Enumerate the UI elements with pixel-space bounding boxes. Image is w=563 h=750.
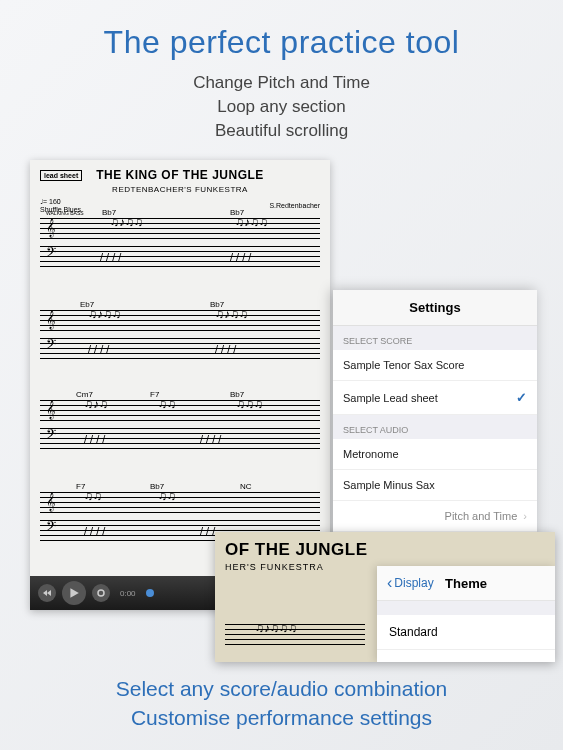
- rewind-button[interactable]: [38, 584, 56, 602]
- footer-text: Select any score/audio combination Custo…: [0, 675, 563, 732]
- subline-3: Beautiful scrolling: [0, 119, 563, 143]
- option-label: Metronome: [343, 448, 399, 460]
- walking-bass-label: WALKING BASS: [46, 210, 84, 216]
- pitch-and-time-link[interactable]: Pitch and Time ›: [333, 501, 537, 532]
- settings-popover: Settings SELECT SCORE Sample Tenor Sax S…: [333, 290, 537, 566]
- playback-time: 0:00: [120, 589, 136, 598]
- footer-line-2: Customise performance settings: [0, 704, 563, 732]
- headline: The perfect practice tool: [0, 0, 563, 61]
- staff-system-1: Bb7 Bb7 𝄞 ♫♪♫♫ ♫♪♫♫ WALKING BASS 𝄢 / / /…: [40, 218, 320, 274]
- staff-system-3: Cm7 F7 Bb7 𝄞 ♫♪♫ ♫♫ ♫♫♫ 𝄢 / / / / / / / …: [40, 400, 320, 456]
- theme-popover: ‹ Display Theme Standard Sepia ✓: [377, 566, 555, 662]
- option-label: Sample Lead sheet: [343, 392, 438, 404]
- staff-system-2: Eb7 Bb7 𝄞 ♫♪♫♫ ♫♪♫♫ 𝄢 / / / / / / / /: [40, 310, 320, 366]
- theme-option-standard[interactable]: Standard: [377, 615, 555, 650]
- chevron-right-icon: ›: [523, 510, 527, 522]
- back-button[interactable]: ‹ Display: [387, 574, 434, 592]
- back-label: Display: [394, 576, 433, 590]
- link-label: Pitch and Time: [445, 510, 518, 522]
- piece-subtitle: REDTENBACHER'S FUNKESTRA: [30, 185, 330, 194]
- svg-point-0: [98, 590, 104, 596]
- scrubber-thumb[interactable]: [146, 589, 154, 597]
- option-label: Sample Minus Sax: [343, 479, 435, 491]
- score-option-tenor-sax[interactable]: Sample Tenor Sax Score: [333, 350, 537, 381]
- settings-section-audio: SELECT AUDIO: [333, 415, 537, 439]
- lead-sheet-tag: lead sheet: [40, 170, 82, 181]
- footer-line-1: Select any score/audio combination: [0, 675, 563, 703]
- composer-credit: S.Redtenbacher: [269, 202, 320, 209]
- theme-header: ‹ Display Theme: [377, 566, 555, 601]
- loop-button[interactable]: [92, 584, 110, 602]
- score-option-lead-sheet[interactable]: Sample Lead sheet ✓: [333, 381, 537, 415]
- chevron-left-icon: ‹: [387, 574, 392, 592]
- chord-label: NC: [240, 482, 252, 491]
- settings-section-score: SELECT SCORE: [333, 326, 537, 350]
- settings-title: Settings: [333, 290, 537, 326]
- checkmark-icon: ✓: [516, 390, 527, 405]
- subline-2: Loop any section: [0, 95, 563, 119]
- sepia-staff-fragment: ♫♪♫♫♫: [225, 624, 365, 652]
- play-button[interactable]: [62, 581, 86, 605]
- audio-option-metronome[interactable]: Metronome: [333, 439, 537, 470]
- checkmark-icon: ✓: [532, 660, 543, 662]
- sepia-title-fragment: OF THE JUNGLE: [215, 532, 555, 562]
- sublines: Change Pitch and Time Loop any section B…: [0, 71, 563, 142]
- audio-option-minus-sax[interactable]: Sample Minus Sax: [333, 470, 537, 501]
- option-label: Standard: [389, 625, 438, 639]
- option-label: Sample Tenor Sax Score: [343, 359, 464, 371]
- subline-1: Change Pitch and Time: [0, 71, 563, 95]
- sepia-preview-panel: OF THE JUNGLE HER'S FUNKESTRA ♫♪♫♫♫ ‹ Di…: [215, 532, 555, 662]
- option-label: Sepia: [389, 661, 420, 663]
- theme-option-sepia[interactable]: Sepia ✓: [377, 650, 555, 662]
